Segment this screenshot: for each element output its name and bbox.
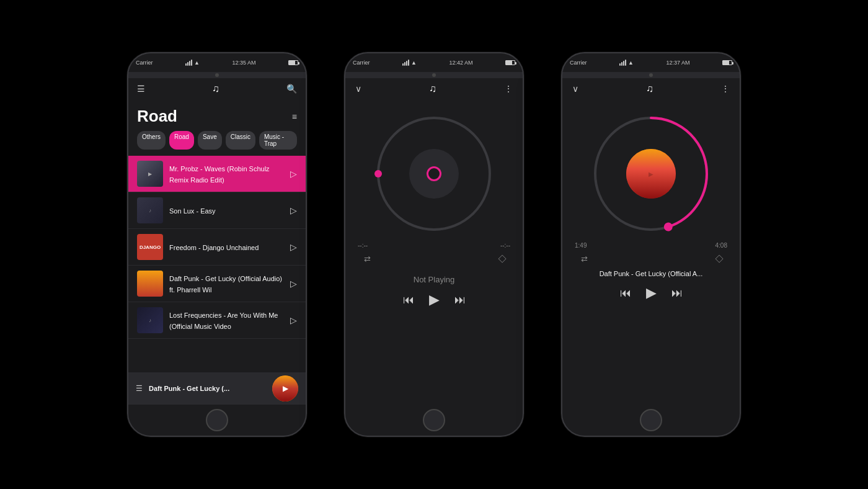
- player-body-3: 1:49 4:08 ⇄ ⃟ Daft Punk - Get Lucky (Off…: [562, 99, 740, 405]
- sort-icon[interactable]: ≡: [292, 112, 297, 122]
- wifi-icon: ▲: [194, 60, 200, 66]
- home-button-1[interactable]: [206, 409, 228, 431]
- battery-icon: [288, 60, 298, 65]
- song-name-4: Daft Punk - Get Lucky (Official Audio) f…: [169, 275, 282, 294]
- play-button-3[interactable]: ▶: [646, 285, 657, 301]
- playlist-title: Road: [137, 107, 177, 126]
- player-header-2: ∨ ♫ ⋮: [345, 78, 523, 99]
- phone-bottom-2: [345, 405, 523, 436]
- screen-2: ∨ ♫ ⋮ --:-- --:--: [345, 78, 523, 405]
- time-display: 12:35 AM: [232, 60, 255, 66]
- not-playing-label: Not Playing: [414, 275, 454, 284]
- chevron-down-icon-3[interactable]: ∨: [572, 84, 578, 94]
- camera-dot-3: [649, 73, 653, 77]
- svg-point-2: [374, 170, 382, 177]
- more-icon-3[interactable]: ⋮: [721, 84, 730, 94]
- playback-controls-2: ⏮ ▶ ⏭: [403, 292, 466, 308]
- battery-icon-3: [722, 60, 732, 65]
- song-title-display: Daft Punk - Get Lucky (Official A...: [575, 270, 727, 277]
- song-play-btn-1[interactable]: ▷: [290, 169, 297, 179]
- song-item-3[interactable]: DJANGO Freedom - Django Unchained ▷: [128, 229, 306, 266]
- chevron-down-icon-2[interactable]: ∨: [355, 84, 361, 94]
- status-bar-3: Carrier ▲ 12:37 AM: [562, 53, 740, 72]
- menu-icon[interactable]: ☰: [137, 84, 145, 94]
- time-left-3: 1:49: [575, 242, 587, 249]
- album-art: [626, 149, 676, 199]
- song-info-1: Mr. Probz - Waves (Robin Schulz Remix Ra…: [169, 163, 284, 185]
- song-item-2[interactable]: ♪ Son Lux - Easy ▷: [128, 192, 306, 229]
- prev-button-3[interactable]: ⏮: [620, 287, 631, 300]
- mini-player[interactable]: ☰ Daft Punk - Get Lucky (... ▶: [128, 372, 306, 405]
- app-logo-icon: ♫: [212, 83, 219, 94]
- song-info-2: Son Lux - Easy: [169, 205, 284, 216]
- song-item-1[interactable]: ▶ Mr. Probz - Waves (Robin Schulz Remix …: [128, 156, 306, 192]
- search-icon[interactable]: 🔍: [286, 84, 297, 94]
- more-icon-2[interactable]: ⋮: [504, 84, 513, 94]
- mini-menu-icon[interactable]: ☰: [136, 384, 143, 393]
- phone-bottom-1: [128, 405, 306, 436]
- song-name-3: Freedom - Django Unchained: [169, 244, 259, 251]
- carrier-label-2: Carrier: [353, 60, 370, 66]
- player-controls-row-3: ⇄ ⃟: [575, 254, 727, 264]
- screen-1: ☰ ♫ 🔍 Road ≡ Others Road Save Classic Mu…: [128, 78, 306, 405]
- song-name-5: Lost Frequencies - Are You With Me (Offi…: [169, 312, 278, 330]
- song-name-2: Son Lux - Easy: [169, 207, 216, 215]
- time-row-2: --:-- --:--: [358, 242, 510, 249]
- song-item-4[interactable]: Daft Punk - Get Lucky (Official Audio) f…: [128, 266, 306, 302]
- status-bar-1: Carrier ▲ 12:35 AM: [128, 53, 306, 72]
- camera-dot-2: [432, 73, 436, 77]
- tab-road[interactable]: Road: [169, 131, 194, 150]
- vinyl-container-2: [372, 112, 496, 236]
- vinyl-container-3: [589, 112, 713, 236]
- prev-button-2[interactable]: ⏮: [403, 294, 414, 307]
- song-info-3: Freedom - Django Unchained: [169, 241, 284, 253]
- signal-bars: [185, 60, 192, 66]
- time-row-3: 1:49 4:08: [575, 242, 727, 249]
- song-play-btn-5[interactable]: ▷: [290, 315, 297, 325]
- screen-3: ∨ ♫ ⋮ 1:49 4:08: [562, 78, 740, 405]
- signal-bars-2: [402, 60, 409, 66]
- next-button-2[interactable]: ⏭: [454, 294, 466, 307]
- song-name-1: Mr. Probz - Waves (Robin Schulz Remix Ra…: [169, 165, 270, 184]
- song-item-5[interactable]: ♪ Lost Frequencies - Are You With Me (Of…: [128, 302, 306, 339]
- song-thumb-3: DJANGO: [137, 234, 163, 260]
- next-button-3[interactable]: ⏭: [671, 287, 683, 300]
- tab-music-trap[interactable]: Music - Trap: [259, 131, 297, 150]
- song-thumb-2: ♪: [137, 197, 163, 223]
- camera-dot: [215, 73, 219, 77]
- player-body-2: --:-- --:-- ⇄ ⃟ Not Playing ⏮ ▶ ⏭: [345, 99, 523, 405]
- player-controls-row-2: ⇄ ⃟: [358, 254, 510, 264]
- shuffle-icon-3[interactable]: ⇄: [581, 254, 588, 264]
- play-button-2[interactable]: ▶: [429, 292, 440, 308]
- filter-tabs: Others Road Save Classic Music - Trap: [128, 131, 306, 156]
- tab-classic[interactable]: Classic: [226, 131, 255, 150]
- playback-controls-3: ⏮ ▶ ⏭: [620, 285, 683, 301]
- phone-2: Carrier ▲ 12:42 AM ∨ ♫ ⋮: [344, 52, 524, 437]
- time-display-3: 12:37 AM: [666, 60, 689, 66]
- song-play-btn-3[interactable]: ▷: [290, 242, 297, 252]
- home-button-2[interactable]: [423, 409, 445, 431]
- player-header-3: ∨ ♫ ⋮: [562, 78, 740, 99]
- svg-point-5: [663, 222, 674, 233]
- shuffle-icon-2[interactable]: ⇄: [364, 254, 371, 264]
- vinyl-dot-2: [427, 166, 441, 181]
- home-button-3[interactable]: [640, 409, 662, 431]
- song-play-btn-4[interactable]: ▷: [290, 279, 297, 289]
- wifi-icon-2: ▲: [411, 60, 417, 66]
- tab-save[interactable]: Save: [198, 131, 222, 150]
- vinyl-center-3: [626, 149, 676, 199]
- app-logo-icon-3: ♫: [646, 83, 653, 94]
- tab-others[interactable]: Others: [137, 131, 166, 150]
- battery-icon-2: [505, 60, 515, 65]
- mini-song-title: Daft Punk - Get Lucky (...: [149, 385, 266, 392]
- time-left-2: --:--: [358, 242, 368, 249]
- song-play-btn-2[interactable]: ▷: [290, 205, 297, 215]
- phone-bottom-3: [562, 405, 740, 436]
- app-logo-icon-2: ♫: [429, 83, 436, 94]
- status-bar-2: Carrier ▲ 12:42 AM: [345, 53, 523, 72]
- time-right-2: --:--: [500, 242, 510, 249]
- phone-3: Carrier ▲ 12:37 AM ∨ ♫ ⋮: [561, 52, 741, 437]
- time-display-2: 12:42 AM: [449, 60, 472, 66]
- app-header: ☰ ♫ 🔍: [128, 78, 306, 99]
- mini-thumb: ▶: [272, 375, 298, 402]
